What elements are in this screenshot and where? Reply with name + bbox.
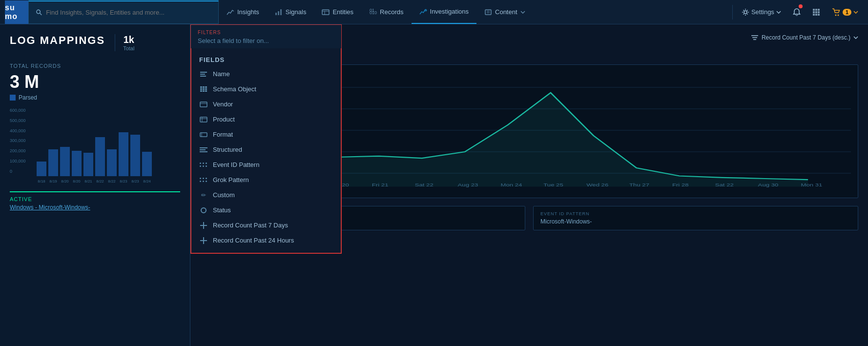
filter-header-text: Select a field to filter on...	[198, 37, 334, 44]
status-ring-icon	[201, 207, 207, 213]
filter-item-format[interactable]: Format	[191, 127, 341, 142]
svg-point-25	[837, 14, 839, 16]
bar-label: 8/21	[83, 179, 93, 183]
notifications-button[interactable]	[788, 0, 806, 24]
page-count-label: Total	[123, 45, 134, 51]
settings-icon	[742, 8, 749, 16]
svg-rect-23	[818, 14, 820, 16]
nav-item-signals[interactable]: Signals	[267, 0, 314, 24]
svg-rect-5	[322, 10, 329, 15]
page-title-text: LOG MAPPINGS	[10, 34, 105, 47]
filter-item-schema-object[interactable]: Schema Object	[191, 81, 341, 97]
insights-label: Insights	[237, 8, 259, 16]
svg-rect-17	[818, 9, 820, 11]
filter-item-name[interactable]: Name	[191, 66, 341, 81]
svg-rect-21	[813, 14, 815, 16]
investigations-icon	[419, 8, 427, 15]
nav-item-content[interactable]: Content	[476, 0, 533, 24]
nav-item-insights[interactable]: Insights	[219, 0, 267, 24]
svg-rect-58	[200, 133, 207, 137]
signals-label: Signals	[286, 8, 307, 16]
filter-item-name-label: Name	[213, 70, 230, 78]
bar-item	[83, 153, 93, 176]
bar-label: 8/23	[119, 179, 128, 183]
page-count-number: 1k	[123, 34, 134, 45]
active-item-link[interactable]: Windows - Microsoft-Windows-	[10, 204, 180, 211]
filter-item-event-id-pattern[interactable]: Event ID Pattern	[191, 157, 341, 172]
bar-chart-labels: 8/188/198/208/208/218/228/228/238/238/24	[37, 179, 180, 183]
filter-item-record-count-7[interactable]: Record Count Past 7 Days	[191, 218, 341, 233]
content-icon	[484, 9, 492, 16]
active-section: ACTIVE Windows - Microsoft-Windows-	[10, 191, 180, 211]
svg-rect-3	[278, 11, 279, 15]
search-input[interactable]	[46, 9, 211, 16]
svg-rect-11	[485, 10, 491, 15]
svg-text:Sat 22: Sat 22	[715, 182, 734, 187]
filter-item-vendor-label: Vendor	[213, 101, 233, 108]
svg-text:Fri 28: Fri 28	[672, 182, 689, 187]
bar-label: 8/19	[48, 179, 58, 183]
filter-item-record24-label: Record Count Past 24 Hours	[213, 237, 294, 244]
svg-text:Aug 23: Aug 23	[458, 182, 478, 187]
grok-pattern-icon	[199, 177, 208, 183]
svg-text:Thu 27: Thu 27	[629, 182, 649, 187]
search-bar[interactable]	[28, 0, 219, 24]
filter-item-grok-label: Grok Pattern	[213, 176, 249, 183]
bar-label: 8/22	[107, 179, 117, 183]
record-count-7-icon	[199, 222, 208, 229]
cart-chevron-icon	[853, 11, 858, 14]
entities-label: Entities	[332, 8, 353, 16]
bar-item	[60, 147, 70, 176]
nav-item-entities[interactable]: Entities	[314, 0, 361, 24]
svg-rect-22	[815, 14, 817, 16]
sort-control[interactable]: Record Count Past 7 Days (desc.)	[751, 34, 858, 41]
vendor-icon	[199, 101, 208, 108]
bar-item	[130, 135, 140, 176]
cart-button[interactable]: 1	[827, 0, 863, 24]
filter-item-structured-label: Structured	[213, 146, 242, 153]
parsed-text: Parsed	[19, 94, 37, 101]
records-label: Records	[380, 8, 403, 16]
logo[interactable]: su mo	[5, 0, 28, 24]
filter-item-record-count-24[interactable]: Record Count Past 24 Hours	[191, 233, 341, 248]
settings-button[interactable]: Settings	[737, 0, 786, 24]
bottom-card-value-1: Microsoft-Windows-	[540, 218, 851, 225]
cart-icon	[832, 8, 841, 16]
svg-rect-18	[813, 11, 815, 13]
filter-overlay: FILTERS Select a field to filter on... F…	[190, 24, 342, 254]
apps-button[interactable]	[807, 0, 825, 24]
apps-grid-icon	[812, 8, 820, 16]
svg-point-0	[37, 10, 41, 14]
filter-header-label: FILTERS	[198, 30, 334, 35]
total-records-label: TOTAL RECORDS	[10, 63, 180, 69]
svg-text:01: 01	[370, 9, 374, 13]
svg-text:Aug 30: Aug 30	[758, 182, 779, 187]
total-records-value: 3 M	[10, 72, 180, 92]
nav-item-investigations[interactable]: Investigations	[412, 0, 477, 24]
filter-item-product[interactable]: Product	[191, 112, 341, 127]
notification-badge	[799, 4, 803, 8]
bottom-card-1: EVENT ID PATTERN Microsoft-Windows-	[533, 206, 858, 230]
format-icon	[199, 131, 208, 138]
bar-label: 8/20	[72, 179, 82, 183]
svg-rect-20	[818, 11, 820, 13]
filter-item-custom[interactable]: ✏ Custom	[191, 187, 341, 203]
filter-item-schema-label: Schema Object	[213, 85, 256, 93]
insights-icon	[227, 9, 234, 16]
svg-point-24	[835, 14, 836, 16]
filter-item-grok-pattern[interactable]: Grok Pattern	[191, 172, 341, 187]
filter-item-status[interactable]: Status	[191, 203, 341, 218]
nav-item-records[interactable]: 0101 01 Records	[361, 0, 411, 24]
name-icon	[199, 71, 208, 78]
filter-item-structured[interactable]: Structured	[191, 142, 341, 157]
bar-item	[119, 132, 128, 176]
filter-item-record7-label: Record Count Past 7 Days	[213, 222, 288, 229]
active-label: ACTIVE	[10, 196, 180, 202]
bottom-card-label-1: EVENT ID PATTERN	[540, 211, 851, 216]
svg-rect-16	[815, 9, 817, 11]
bar-label: 8/20	[60, 179, 70, 183]
nav-items: Insights Signals Entities 0101 01	[219, 0, 730, 24]
filter-item-vendor[interactable]: Vendor	[191, 97, 341, 112]
svg-text:Fri 21: Fri 21	[372, 182, 389, 187]
svg-text:Sat 22: Sat 22	[415, 182, 434, 187]
